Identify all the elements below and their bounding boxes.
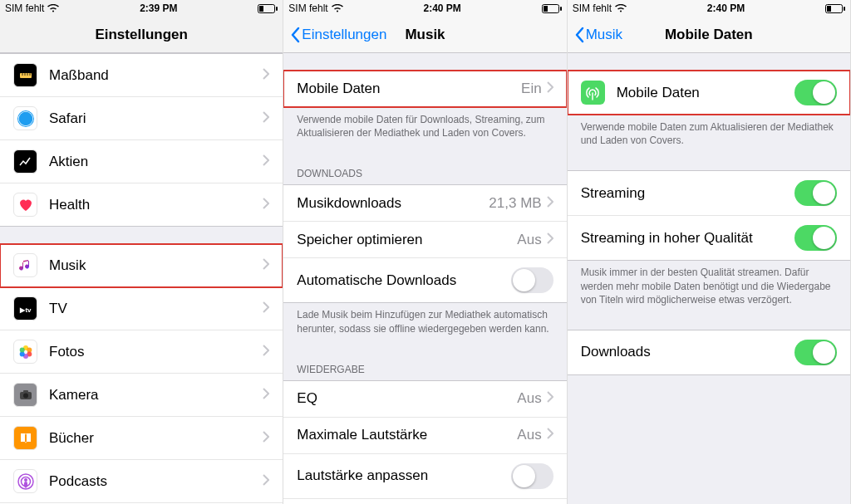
cell-label: Podcasts xyxy=(49,473,263,490)
cell-hq[interactable]: Streaming in hoher Qualität xyxy=(568,216,850,260)
wifi-icon xyxy=(332,4,343,12)
back-label: Musik xyxy=(586,27,622,43)
fotos-icon xyxy=(13,340,37,364)
settings-row-musik[interactable]: Musik xyxy=(0,244,283,287)
autodl-toggle[interactable] xyxy=(511,267,553,293)
chevron-right-icon xyxy=(263,345,269,360)
mobile-data-toggle[interactable] xyxy=(794,80,837,105)
music-content[interactable]: Mobile Daten Ein Verwende mobile Daten f… xyxy=(283,53,566,504)
music-settings-screen: SIM fehlt 2:40 PM Einstellungen Musik Mo… xyxy=(283,0,567,504)
cell-value: Ein xyxy=(521,81,542,97)
carrier-label: SIM fehlt xyxy=(573,2,612,14)
chevron-right-icon xyxy=(547,232,553,247)
svg-text:▶tv: ▶tv xyxy=(19,306,32,314)
safari-icon xyxy=(13,106,37,130)
cell-eq[interactable]: EQAus xyxy=(283,381,566,418)
svg-rect-29 xyxy=(544,6,548,12)
settings-row-measure[interactable]: Maßband xyxy=(0,54,283,97)
chevron-right-icon xyxy=(263,431,269,446)
group-footer: Musik immer in der besten Qualität strea… xyxy=(568,261,850,313)
mobile-data-content[interactable]: Mobile Daten Verwende mobile Daten zum A… xyxy=(568,53,850,504)
settings-row-buecher[interactable]: Bücher xyxy=(0,417,283,460)
back-label: Einstellungen xyxy=(302,27,386,43)
cell-label: Streaming in hoher Qualität xyxy=(581,230,794,247)
cell-value: Aus xyxy=(517,232,541,248)
lautanp-toggle[interactable] xyxy=(511,463,553,489)
carrier-label: SIM fehlt xyxy=(5,2,44,14)
chevron-left-icon xyxy=(290,27,300,43)
settings-row-aktien[interactable]: Aktien xyxy=(0,140,283,183)
downloads-toggle-cell[interactable]: Downloads xyxy=(568,330,850,374)
cell-label: EQ xyxy=(297,390,517,407)
chevron-right-icon xyxy=(263,301,269,316)
chevron-right-icon xyxy=(263,258,269,273)
back-button[interactable]: Musik xyxy=(574,27,622,43)
svg-point-13 xyxy=(19,347,24,352)
settings-row-podcasts[interactable]: Podcasts xyxy=(0,460,283,503)
cell-label: Mobile Daten xyxy=(297,81,521,97)
cell-label: Streaming xyxy=(581,185,794,202)
group-header: WIEDERGABE xyxy=(283,359,566,380)
svg-point-19 xyxy=(24,478,27,482)
cell-maxvol[interactable]: Maximale LautstärkeAus xyxy=(283,418,566,454)
mobile-data-cell[interactable]: Mobile Daten Ein xyxy=(283,71,566,107)
chevron-right-icon xyxy=(547,391,553,406)
cell-label: Musikdownloads xyxy=(297,195,489,212)
settings-row-health[interactable]: Health xyxy=(0,183,283,226)
svg-point-15 xyxy=(23,393,28,398)
status-bar: SIM fehlt 2:40 PM xyxy=(568,0,850,17)
cell-streaming[interactable]: Streaming xyxy=(568,171,850,216)
cell-speicher[interactable]: Speicher optimierenAus xyxy=(283,222,566,258)
chevron-right-icon xyxy=(263,68,269,83)
downloads-toggle[interactable] xyxy=(794,340,837,365)
status-time: 2:39 PM xyxy=(140,2,177,14)
cell-label: Bücher xyxy=(49,430,263,447)
status-bar: SIM fehlt 2:39 PM xyxy=(0,0,283,17)
settings-content[interactable]: MaßbandSafariAktienHealth Musik▶tvTVFoto… xyxy=(0,53,283,504)
cell-label: Mobile Daten xyxy=(617,85,794,101)
back-button[interactable]: Einstellungen xyxy=(290,27,386,43)
group-footer: Verwende mobile Daten für Downloads, Str… xyxy=(283,108,566,146)
cell-musikdl[interactable]: Musikdownloads21,3 MB xyxy=(283,185,566,222)
settings-row-safari[interactable]: Safari xyxy=(0,97,283,140)
svg-rect-28 xyxy=(560,7,562,11)
svg-rect-1 xyxy=(276,7,278,11)
cell-value: Aus xyxy=(517,427,541,443)
cell-value: Aus xyxy=(517,390,541,407)
group-footer: Verwende mobile Daten zum Aktualisieren … xyxy=(568,115,850,154)
chevron-right-icon xyxy=(263,198,269,213)
cell-lautanp[interactable]: Lautstärke anpassen xyxy=(283,454,566,499)
chevron-left-icon xyxy=(574,27,584,43)
mobile-data-screen: SIM fehlt 2:40 PM Musik Mobile Daten Mob… xyxy=(568,0,851,504)
health-icon xyxy=(13,193,37,217)
status-time: 2:40 PM xyxy=(707,2,745,14)
chevron-right-icon xyxy=(547,196,553,211)
nav-bar: Einstellungen xyxy=(0,17,283,53)
wifi-icon xyxy=(615,4,627,12)
mobile-data-toggle-cell[interactable]: Mobile Daten xyxy=(568,71,850,115)
settings-row-tv[interactable]: ▶tvTV xyxy=(0,287,283,330)
cell-label: Downloads xyxy=(581,344,794,360)
wifi-icon xyxy=(47,4,59,12)
group-footer: Lade Musik beim Hinzufügen zur Mediathek… xyxy=(283,303,566,341)
cell-label: Kamera xyxy=(49,387,263,404)
svg-point-6 xyxy=(18,111,32,125)
chevron-right-icon xyxy=(263,154,269,169)
chevron-right-icon xyxy=(263,111,269,126)
kamera-icon xyxy=(13,383,37,407)
cell-label: Health xyxy=(49,197,263,213)
chevron-right-icon xyxy=(263,388,269,403)
hq-toggle[interactable] xyxy=(794,225,837,251)
nav-title: Mobile Daten xyxy=(665,27,753,43)
cell-hoerverlauf[interactable]: Hörverlauf verwenden xyxy=(283,499,566,504)
buecher-icon xyxy=(13,426,37,450)
settings-row-kamera[interactable]: Kamera xyxy=(0,374,283,417)
settings-row-fotos[interactable]: Fotos xyxy=(0,330,283,374)
musik-icon xyxy=(13,253,37,277)
cell-label: Fotos xyxy=(49,344,263,360)
svg-rect-16 xyxy=(23,390,28,393)
battery-icon xyxy=(542,4,562,13)
streaming-toggle[interactable] xyxy=(794,180,837,206)
cell-autodl[interactable]: Automatische Downloads xyxy=(283,258,566,302)
cell-label: TV xyxy=(49,301,263,317)
